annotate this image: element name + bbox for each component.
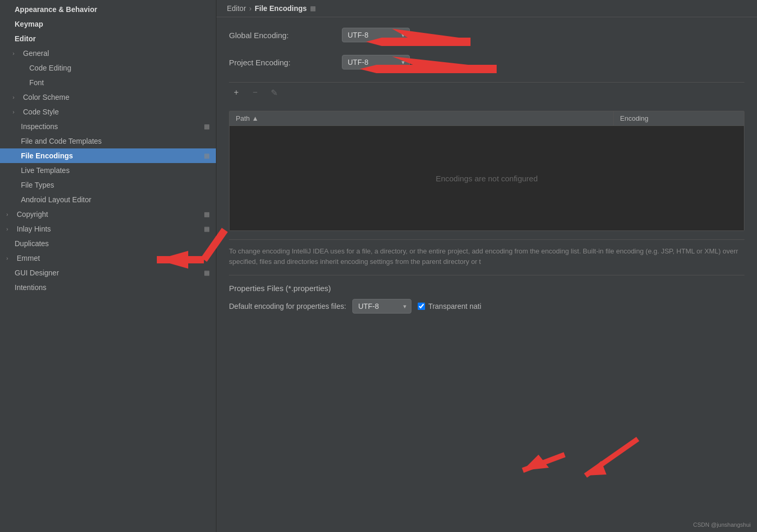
- transparent-native-checkbox[interactable]: [418, 303, 425, 310]
- grid-icon: ▦: [204, 225, 210, 233]
- sidebar-item-label: Appearance & Behavior: [15, 5, 210, 14]
- sidebar-item-label: File Types: [21, 181, 210, 189]
- global-encoding-label: Global Encoding:: [229, 31, 334, 40]
- table-body: Encodings are not configured: [230, 126, 744, 230]
- toolbar-row: + − ✎: [229, 82, 744, 102]
- remove-button[interactable]: −: [248, 86, 262, 99]
- info-text: To change encoding IntelliJ IDEA uses fo…: [229, 239, 744, 267]
- sidebar-item-label: Android Layout Editor: [21, 195, 210, 204]
- sidebar-item-label: Code Style: [23, 108, 210, 116]
- breadcrumb-current: File Encodings: [255, 4, 307, 13]
- grid-icon: ▦: [204, 211, 210, 218]
- default-encoding-label: Default encoding for properties files:: [229, 302, 346, 310]
- project-encoding-select-wrapper[interactable]: UTF-8 ISO-8859-1 windows-1252: [342, 55, 410, 70]
- sidebar-item-editor[interactable]: Editor: [0, 31, 216, 46]
- breadcrumb-parent: Editor: [227, 4, 246, 13]
- properties-section: Properties Files (*.properties) Default …: [229, 275, 744, 314]
- sidebar-item-label: Code Editing: [29, 64, 210, 72]
- chevron-icon: ›: [6, 226, 15, 232]
- chevron-icon: ›: [6, 255, 15, 261]
- breadcrumb-bar: Editor › File Encodings ▦: [216, 0, 757, 17]
- main-content: Editor › File Encodings ▦ Global Encodin…: [216, 0, 757, 532]
- sidebar-item-gui-designer[interactable]: GUI Designer▦: [0, 265, 216, 280]
- breadcrumb-grid-icon: ▦: [310, 5, 316, 12]
- add-button[interactable]: +: [229, 86, 244, 99]
- content-body: Global Encoding: UTF-8 ISO-8859-1 window…: [216, 17, 757, 532]
- sidebar-item-emmet[interactable]: ›Emmet: [0, 251, 216, 265]
- sidebar-item-label: Color Scheme: [23, 93, 210, 101]
- transparent-native-label: Transparent nati: [428, 302, 481, 310]
- sidebar-item-label: File Encodings: [21, 152, 204, 160]
- sidebar-item-code-editing[interactable]: Code Editing: [0, 61, 216, 75]
- path-column-header: Path ▲: [230, 111, 613, 125]
- sidebar-item-intentions[interactable]: Intentions: [0, 280, 216, 295]
- properties-row: Default encoding for properties files: U…: [229, 299, 744, 314]
- sidebar-item-font[interactable]: Font: [0, 75, 216, 90]
- sidebar: Appearance & BehaviorKeymapEditor›Genera…: [0, 0, 216, 532]
- sidebar-item-color-scheme[interactable]: ›Color Scheme: [0, 90, 216, 105]
- table-header: Path ▲ Encoding: [230, 111, 744, 126]
- sidebar-item-file-types[interactable]: File Types: [0, 178, 216, 192]
- sidebar-item-label: Keymap: [15, 20, 210, 28]
- project-encoding-row: Project Encoding: UTF-8 ISO-8859-1 windo…: [229, 55, 744, 70]
- sidebar-item-label: Font: [29, 78, 210, 87]
- sidebar-item-file-encodings[interactable]: File Encodings▦: [0, 148, 216, 163]
- project-encoding-label: Project Encoding:: [229, 58, 334, 67]
- breadcrumb-separator: ›: [249, 4, 252, 13]
- sidebar-item-inspections[interactable]: Inspections▦: [0, 119, 216, 134]
- sidebar-item-label: File and Code Templates: [21, 137, 210, 145]
- sidebar-item-copyright[interactable]: ›Copyright▦: [0, 207, 216, 222]
- default-encoding-select-wrapper[interactable]: UTF-8 ISO-8859-1: [352, 299, 411, 314]
- empty-message: Encodings are not configured: [435, 174, 537, 183]
- sidebar-item-label: Copyright: [17, 210, 204, 218]
- sidebar-item-label: Inlay Hints: [17, 225, 204, 233]
- sidebar-item-file-and-code-templates[interactable]: File and Code Templates: [0, 134, 216, 148]
- sidebar-item-android-layout-editor[interactable]: Android Layout Editor: [0, 192, 216, 207]
- sidebar-item-label: Live Templates: [21, 166, 210, 175]
- edit-button[interactable]: ✎: [267, 86, 281, 99]
- sidebar-item-label: General: [23, 49, 210, 57]
- sidebar-item-label: Editor: [15, 34, 210, 43]
- project-encoding-select[interactable]: UTF-8 ISO-8859-1 windows-1252: [342, 55, 410, 70]
- sidebar-item-label: Intentions: [15, 283, 210, 292]
- sort-icon: ▲: [252, 114, 259, 122]
- watermark: CSDN @junshangshui: [693, 522, 751, 528]
- sidebar-item-keymap[interactable]: Keymap: [0, 17, 216, 31]
- global-encoding-select-wrapper[interactable]: UTF-8 ISO-8859-1 windows-1252: [342, 28, 410, 42]
- chevron-icon: ›: [6, 211, 15, 217]
- default-encoding-select[interactable]: UTF-8 ISO-8859-1: [352, 299, 411, 314]
- grid-icon: ▦: [204, 269, 210, 276]
- sidebar-item-inlay-hints[interactable]: ›Inlay Hints▦: [0, 222, 216, 236]
- transparent-native-wrapper[interactable]: Transparent nati: [418, 302, 481, 310]
- encoding-column-header: Encoding: [613, 111, 744, 125]
- chevron-icon: ›: [13, 50, 21, 56]
- grid-icon: ▦: [204, 123, 210, 130]
- grid-icon: ▦: [204, 152, 210, 159]
- chevron-icon: ›: [13, 109, 21, 115]
- sidebar-item-label: Duplicates: [15, 239, 210, 248]
- file-encodings-table: Path ▲ Encoding Encodings are not config…: [229, 111, 744, 231]
- chevron-icon: ›: [13, 94, 21, 100]
- sidebar-item-label: GUI Designer: [15, 269, 204, 277]
- sidebar-item-general[interactable]: ›General: [0, 46, 216, 61]
- sidebar-item-appearance[interactable]: Appearance & Behavior: [0, 2, 216, 17]
- sidebar-item-label: Inspections: [21, 122, 204, 131]
- sidebar-item-code-style[interactable]: ›Code Style: [0, 105, 216, 119]
- sidebar-item-label: Emmet: [17, 254, 210, 262]
- properties-section-title: Properties Files (*.properties): [229, 284, 744, 293]
- global-encoding-select[interactable]: UTF-8 ISO-8859-1 windows-1252: [342, 28, 410, 42]
- sidebar-item-duplicates[interactable]: Duplicates: [0, 236, 216, 251]
- sidebar-item-live-templates[interactable]: Live Templates: [0, 163, 216, 178]
- global-encoding-row: Global Encoding: UTF-8 ISO-8859-1 window…: [229, 28, 744, 42]
